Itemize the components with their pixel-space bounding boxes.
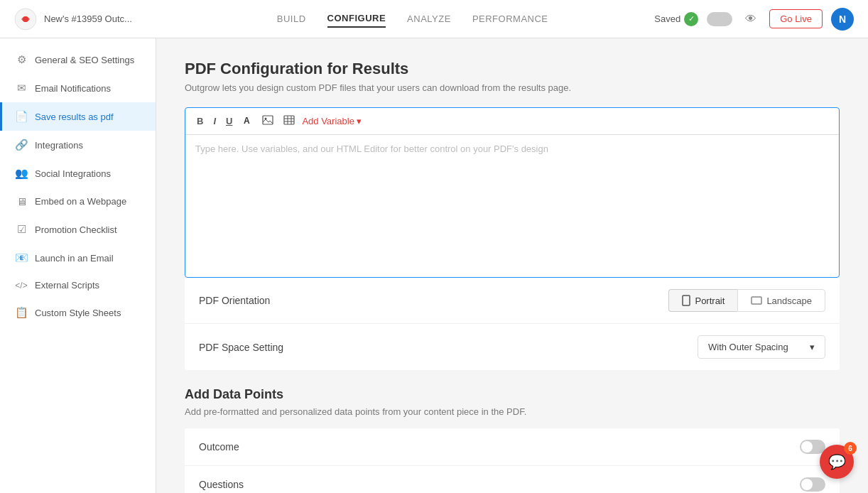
page-title: PDF Configuration for Results xyxy=(185,60,840,78)
questions-label: Questions xyxy=(199,479,244,490)
orientation-buttons: Portrait Landscape xyxy=(668,289,825,312)
add-data-subtitle: Add pre-formatted and personalized data … xyxy=(185,406,840,417)
sidebar-item-label: Email Notifications xyxy=(35,83,111,94)
sidebar-item-label: Promotion Checklist xyxy=(35,224,117,235)
orientation-row: PDF Orientation Portrait Landscape xyxy=(185,278,840,324)
table-icon xyxy=(283,115,295,125)
pdf-icon: 📄 xyxy=(15,110,28,123)
top-navigation: New's #13959 Outc... BUILD CONFIGURE ANA… xyxy=(0,0,868,38)
underline-button[interactable]: U xyxy=(223,114,235,128)
data-row-outcome: Outcome xyxy=(185,428,840,466)
nav-right: Saved ✓ 👁 Go Live N xyxy=(654,8,854,31)
orientation-label: PDF Orientation xyxy=(199,295,270,306)
sidebar-item-label: External Scripts xyxy=(35,280,99,291)
eye-button[interactable]: 👁 xyxy=(741,9,761,29)
saved-label: Saved xyxy=(654,13,680,24)
landscape-button[interactable]: Landscape xyxy=(737,289,825,312)
questions-toggle[interactable] xyxy=(800,477,825,492)
preview-toggle[interactable] xyxy=(707,12,732,26)
users-icon: 👥 xyxy=(15,167,28,180)
add-data-section: Add Data Points Add pre-formatted and pe… xyxy=(185,387,840,493)
svg-rect-11 xyxy=(752,297,761,304)
editor-body[interactable]: Type here. Use variables, and our HTML E… xyxy=(185,135,839,277)
logo-area: New's #13959 Outc... xyxy=(14,8,170,31)
code-icon: </> xyxy=(15,281,28,291)
embed-icon: 🖥 xyxy=(15,195,28,207)
checklist-icon: ☑ xyxy=(15,223,28,236)
tab-configure[interactable]: CONFIGURE xyxy=(327,10,386,28)
sidebar-item-label: General & SEO Settings xyxy=(35,55,134,65)
sidebar-item-email-notifications[interactable]: ✉ Email Notifications xyxy=(0,74,156,102)
portrait-icon xyxy=(682,295,690,306)
sidebar-item-label: Launch in an Email xyxy=(35,253,114,264)
font-color-icon: A xyxy=(242,115,252,125)
launch-email-icon: 📧 xyxy=(15,251,28,264)
main-layout: ⚙ General & SEO Settings ✉ Email Notific… xyxy=(0,38,868,493)
table-button[interactable] xyxy=(281,114,298,129)
svg-point-1 xyxy=(23,16,28,22)
app-logo xyxy=(14,8,37,31)
sidebar-item-label: Custom Style Sheets xyxy=(35,308,121,318)
gear-icon: ⚙ xyxy=(15,53,28,66)
main-content: PDF Configuration for Results Outgrow le… xyxy=(156,38,868,493)
data-points-list: Outcome Questions xyxy=(185,428,840,493)
avatar[interactable]: N xyxy=(831,8,854,31)
italic-button[interactable]: I xyxy=(210,114,219,128)
image-icon xyxy=(262,115,273,125)
chevron-down-icon: ▾ xyxy=(810,342,815,352)
email-icon: ✉ xyxy=(15,82,28,94)
chat-icon: 💬 xyxy=(828,453,846,470)
chat-badge: 6 xyxy=(844,442,857,455)
sidebar-item-save-pdf[interactable]: 📄 Save results as pdf xyxy=(0,102,156,131)
landscape-icon xyxy=(751,296,762,305)
link-icon: 🔗 xyxy=(15,139,28,151)
nav-tabs: BUILD CONFIGURE ANALYZE PERFORMANCE xyxy=(170,10,654,28)
editor-toolbar: B I U A xyxy=(185,108,839,135)
saved-check-icon: ✓ xyxy=(684,12,698,26)
svg-text:A: A xyxy=(244,116,250,125)
sidebar-item-integrations[interactable]: 🔗 Integrations xyxy=(0,131,156,159)
pdf-editor: B I U A xyxy=(185,107,840,278)
tab-analyze[interactable]: ANALYZE xyxy=(407,11,451,27)
svg-rect-5 xyxy=(284,116,294,124)
svg-rect-3 xyxy=(263,116,273,124)
chat-button[interactable]: 💬 6 xyxy=(820,445,854,479)
portrait-button[interactable]: Portrait xyxy=(668,289,737,312)
sidebar-item-label: Social Integrations xyxy=(35,168,111,179)
sidebar-item-general-seo[interactable]: ⚙ General & SEO Settings xyxy=(0,45,156,74)
sidebar-item-social-integrations[interactable]: 👥 Social Integrations xyxy=(0,159,156,188)
font-color-button[interactable]: A xyxy=(239,114,255,129)
saved-status: Saved ✓ xyxy=(654,12,698,26)
pdf-settings-section: PDF Orientation Portrait Landscape xyxy=(185,278,840,370)
spacing-row: PDF Space Setting With Outer Spacing ▾ xyxy=(185,324,840,370)
sidebar-item-launch-email[interactable]: 📧 Launch in an Email xyxy=(0,244,156,272)
outcome-toggle[interactable] xyxy=(800,440,825,454)
sidebar-item-embed-webpage[interactable]: 🖥 Embed on a Webpage xyxy=(0,188,156,215)
sidebar-item-custom-style[interactable]: 📋 Custom Style Sheets xyxy=(0,298,156,327)
sidebar-item-label: Save results as pdf xyxy=(35,112,114,122)
space-label: PDF Space Setting xyxy=(199,342,283,353)
tab-performance[interactable]: PERFORMANCE xyxy=(472,11,548,27)
add-data-title: Add Data Points xyxy=(185,387,840,402)
sidebar-item-promotion-checklist[interactable]: ☑ Promotion Checklist xyxy=(0,215,156,244)
go-live-button[interactable]: Go Live xyxy=(769,9,823,28)
style-icon: 📋 xyxy=(15,306,28,319)
sidebar: ⚙ General & SEO Settings ✉ Email Notific… xyxy=(0,38,156,493)
add-variable-button[interactable]: Add Variable ▾ xyxy=(302,116,361,126)
spacing-dropdown[interactable]: With Outer Spacing ▾ xyxy=(698,335,825,359)
page-subtitle: Outgrow lets you design custom PDF files… xyxy=(185,82,840,93)
svg-rect-10 xyxy=(683,296,690,305)
sidebar-item-label: Integrations xyxy=(35,140,83,151)
image-button[interactable] xyxy=(259,114,276,129)
data-row-questions: Questions xyxy=(185,466,840,493)
project-title: New's #13959 Outc... xyxy=(44,13,132,24)
tab-build[interactable]: BUILD xyxy=(277,11,306,27)
outcome-label: Outcome xyxy=(199,441,239,453)
sidebar-item-label: Embed on a Webpage xyxy=(35,196,126,207)
sidebar-item-external-scripts[interactable]: </> External Scripts xyxy=(0,272,156,298)
bold-button[interactable]: B xyxy=(194,114,206,128)
